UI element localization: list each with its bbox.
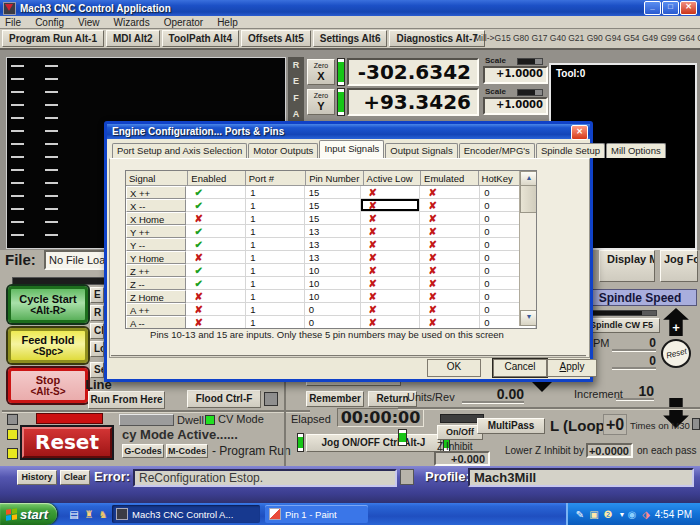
signal-cell[interactable]: A ++ — [126, 303, 186, 316]
value-cell[interactable]: 1 — [246, 251, 305, 264]
toggle-cell[interactable]: ✘ — [361, 290, 421, 303]
value-cell[interactable]: 10 — [305, 277, 361, 290]
toggle-cell[interactable]: ✘ — [361, 212, 421, 225]
x-scale-dro[interactable]: +1.0000 — [483, 66, 548, 84]
spindle-override-dro[interactable]: 0 — [612, 354, 656, 369]
signal-cell[interactable]: Z -- — [126, 277, 186, 290]
toggle-cell[interactable]: ✔ — [186, 277, 246, 290]
remember-button[interactable]: Remember — [306, 391, 364, 407]
multipass-button[interactable]: MultiPass — [477, 418, 545, 434]
ref-all-button[interactable]: REFA — [288, 57, 304, 122]
mcodes-button[interactable]: M-Codes — [166, 444, 208, 458]
value-cell[interactable]: 15 — [305, 199, 361, 212]
quick-launch-document-icon[interactable]: ▤ — [68, 508, 80, 521]
toggle-cell[interactable]: ✘ — [361, 199, 421, 212]
maximize-button[interactable]: □ — [662, 1, 679, 15]
value-cell[interactable]: 13 — [305, 225, 361, 238]
toggle-cell[interactable]: ✔ — [186, 186, 246, 199]
elapsed-time-dro[interactable]: 00:00:00 — [337, 408, 424, 427]
toggle-cell[interactable]: ✘ — [361, 277, 421, 290]
dialog-close-icon[interactable]: ✕ — [571, 125, 588, 140]
loop-count-dro[interactable]: +0 — [603, 414, 627, 435]
toggle-cell[interactable]: ✘ — [361, 303, 421, 316]
screen-button[interactable]: ToolPath Alt4 — [162, 30, 239, 47]
dialog-tab[interactable]: Spindle Setup — [536, 143, 605, 158]
reset-button[interactable]: Reset — [22, 427, 112, 458]
clipped-button[interactable]: R — [90, 305, 104, 321]
screen-button[interactable]: Program Run Alt-1 — [2, 30, 104, 47]
toggle-cell[interactable]: ✘ — [186, 212, 246, 225]
taskbar-task[interactable]: Pin 1 - Paint — [265, 505, 368, 523]
rpm-dro[interactable]: 0 — [612, 336, 656, 351]
value-cell[interactable]: 1 — [246, 264, 305, 277]
clipped-button[interactable]: Cl — [90, 323, 104, 339]
spindle-cw-button[interactable]: Spindle CW F5 — [583, 318, 660, 333]
ok-button[interactable]: OK — [427, 359, 481, 377]
menu-item-wizards[interactable]: Wizards — [114, 17, 150, 28]
signal-cell[interactable]: Y ++ — [126, 225, 186, 238]
cycle-start-button[interactable]: Cycle Start <Alt-R> — [8, 286, 88, 323]
toggle-cell[interactable]: ✘ — [186, 303, 246, 316]
dialog-tab[interactable]: Motor Outputs — [248, 143, 318, 158]
clear-button[interactable]: Clear — [60, 470, 90, 485]
dialog-tab[interactable]: Port Setup and Axis Selection — [112, 143, 247, 158]
screen-button[interactable]: Offsets Alt5 — [241, 30, 311, 47]
scroll-down-icon[interactable]: ▼ — [520, 310, 537, 326]
jog-on-off-button[interactable]: Jog ON/OFF Ctrl-Alt-J — [306, 434, 441, 452]
x-axis-dro[interactable]: -302.6342 — [347, 58, 479, 86]
feed-hold-button[interactable]: Feed Hold <Spc> — [8, 328, 88, 363]
toggle-cell[interactable]: ✘ — [420, 238, 480, 251]
toggle-cell[interactable]: ✘ — [186, 290, 246, 303]
profile-field[interactable]: Mach3Mill — [468, 468, 694, 487]
toggle-cell[interactable]: ✘ — [420, 251, 480, 264]
value-cell[interactable]: 1 — [246, 225, 305, 238]
toggle-cell[interactable]: ✘ — [186, 251, 246, 264]
tray-pencil-icon[interactable]: ✎ — [574, 508, 586, 521]
toggle-cell[interactable]: ✘ — [361, 186, 421, 199]
toggle-cell[interactable]: ✘ — [361, 316, 421, 329]
gcodes-button[interactable]: G-Codes — [122, 444, 164, 458]
signal-cell[interactable]: Y -- — [126, 238, 186, 251]
tray-back-icon[interactable]: ◉ — [626, 508, 638, 521]
value-cell[interactable]: 13 — [305, 238, 361, 251]
clipped-button[interactable]: E — [90, 287, 104, 303]
value-cell[interactable]: 1 — [246, 303, 305, 316]
quick-launch-desktop-icon[interactable]: ♜ — [83, 508, 95, 521]
dialog-tab[interactable]: Output Signals — [385, 143, 457, 158]
quick-launch-app-icon[interactable]: ♞ — [97, 508, 109, 521]
scrollbar-thumb[interactable] — [520, 185, 537, 213]
screen-button[interactable]: MDI Alt2 — [106, 30, 160, 47]
units-rev-dro[interactable]: 0.00 — [462, 386, 524, 403]
clipped-button[interactable]: Se — [90, 362, 104, 378]
signal-cell[interactable]: Z ++ — [126, 264, 186, 277]
value-cell[interactable]: 1 — [246, 277, 305, 290]
error-message-field[interactable]: ReConfiguration Estop. — [133, 469, 397, 487]
toggle-cell[interactable]: ✘ — [361, 251, 421, 264]
close-button[interactable]: ✕ — [680, 1, 697, 15]
toggle-cell[interactable]: ✔ — [186, 225, 246, 238]
toggle-cell[interactable]: ✔ — [186, 264, 246, 277]
spindle-reset-button[interactable]: Reset — [661, 339, 691, 368]
toggle-cell[interactable]: ✘ — [420, 303, 480, 316]
value-cell[interactable]: 1 — [246, 199, 305, 212]
toggle-cell[interactable]: ✘ — [361, 238, 421, 251]
taskbar-clock[interactable]: 4:54 PM — [655, 509, 692, 520]
signal-cell[interactable]: Z Home — [126, 290, 186, 303]
dialog-tab[interactable]: Encoder/MPG's — [459, 143, 535, 158]
y-axis-dro[interactable]: +93.3426 — [347, 88, 479, 116]
dialog-tab[interactable]: Input Signals — [319, 140, 384, 158]
value-cell[interactable]: 1 — [246, 316, 305, 329]
value-cell[interactable]: 15 — [305, 212, 361, 225]
lower-z-inhibit-dro[interactable]: +0.0000 — [586, 443, 633, 458]
signal-cell[interactable]: X ++ — [126, 186, 186, 199]
tray-app-icon[interactable]: ⬗ — [640, 508, 652, 521]
start-button[interactable]: start — [0, 503, 57, 525]
menu-item-file[interactable]: File — [5, 17, 21, 28]
value-cell[interactable]: 1 — [246, 186, 305, 199]
toggle-cell[interactable]: ✘ — [420, 316, 480, 329]
toggle-cell[interactable]: ✔ — [186, 238, 246, 251]
toggle-cell[interactable]: ✘ — [420, 225, 480, 238]
jog-follow-button[interactable]: Jog Follow — [660, 250, 698, 282]
taskbar-task[interactable]: Mach3 CNC Control A... — [112, 505, 260, 523]
value-cell[interactable]: 1 — [246, 290, 305, 303]
